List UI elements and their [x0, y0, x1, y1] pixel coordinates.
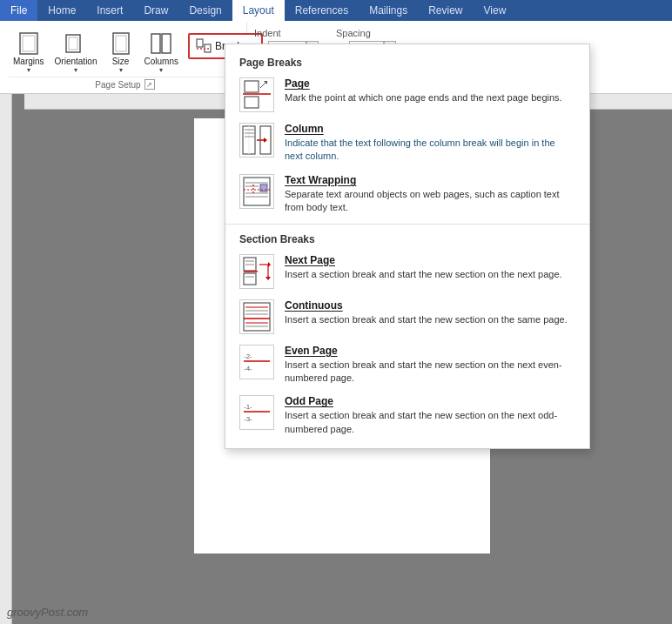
page-setup-label: Page Setup ↗	[9, 77, 241, 91]
page-setup-group: Margins ▾ Orientation ▾	[3, 23, 247, 91]
tab-design[interactable]: Design	[178, 0, 232, 21]
text-wrapping-desc: Separate text around objects on web page…	[285, 188, 575, 215]
svg-rect-5	[116, 36, 126, 51]
columns-icon	[148, 30, 174, 57]
breaks-dropdown: Page Breaks Page Mark the point at which…	[225, 44, 590, 449]
odd-page-text: Odd Page Insert a section break and star…	[285, 395, 575, 436]
column-break-text: Column Indicate that the text following …	[285, 123, 575, 164]
page-break-desc: Mark the point at which one page ends an…	[285, 91, 575, 104]
breaks-icon	[196, 38, 212, 54]
even-page-desc: Insert a section break and start the new…	[285, 359, 575, 386]
size-button[interactable]: Size ▾	[104, 28, 138, 77]
even-page-break-icon: -2- -4-	[239, 345, 274, 379]
svg-text:-4-: -4-	[244, 365, 252, 372]
column-break-title: Column	[285, 123, 575, 135]
continuous-break-icon	[239, 299, 274, 334]
indent-label: Indent	[254, 28, 319, 38]
spacing-label: Spacing	[336, 28, 396, 38]
even-page-title: Even Page	[285, 345, 575, 357]
continuous-text: Continuous Insert a section break and st…	[285, 299, 575, 326]
breaks-divider	[225, 224, 589, 225]
size-icon	[108, 30, 134, 57]
watermark: groovyPost.com	[7, 606, 88, 619]
svg-rect-3	[69, 37, 77, 50]
page-break-title: Page	[285, 77, 575, 90]
svg-rect-8	[197, 39, 203, 47]
tab-review[interactable]: Review	[418, 0, 473, 21]
margins-icon	[16, 30, 42, 57]
menu-item-continuous[interactable]: Continuous Insert a section break and st…	[225, 294, 589, 339]
odd-page-title: Odd Page	[285, 395, 575, 407]
svg-rect-11	[245, 81, 259, 92]
odd-page-break-icon: -1- -3-	[239, 395, 274, 430]
next-page-break-icon	[239, 254, 274, 289]
text-wrapping-text: Text Wrapping Separate text around objec…	[285, 174, 575, 215]
page-setup-dialog-launcher[interactable]: ↗	[144, 79, 155, 90]
svg-rect-1	[23, 36, 35, 51]
svg-rect-7	[162, 34, 171, 53]
menu-item-next-page[interactable]: Next Page Insert a section break and sta…	[225, 249, 589, 294]
menu-item-even-page[interactable]: -2- -4- Even Page Insert a section break…	[225, 339, 589, 391]
margins-button[interactable]: Margins ▾	[9, 28, 49, 77]
tab-view[interactable]: View	[474, 0, 517, 21]
next-page-text: Next Page Insert a section break and sta…	[285, 254, 575, 281]
tab-draw[interactable]: Draw	[133, 0, 178, 21]
page-break-icon	[239, 77, 274, 112]
column-break-icon	[239, 123, 274, 158]
menu-item-page[interactable]: Page Mark the point at which one page en…	[225, 72, 589, 117]
even-page-text: Even Page Insert a section break and sta…	[285, 345, 575, 386]
page-breaks-header: Page Breaks	[225, 51, 589, 72]
columns-button[interactable]: Columns ▾	[140, 28, 183, 77]
svg-rect-27	[260, 185, 267, 191]
tab-layout[interactable]: Layout	[232, 0, 285, 21]
svg-rect-13	[245, 97, 259, 108]
svg-rect-6	[151, 34, 160, 53]
svg-text:-3-: -3-	[244, 415, 252, 423]
svg-text:-1-: -1-	[244, 403, 252, 411]
text-wrapping-title: Text Wrapping	[285, 174, 575, 186]
tab-file[interactable]: File	[0, 0, 37, 21]
section-breaks-header: Section Breaks	[225, 228, 589, 249]
orientation-button[interactable]: Orientation ▾	[50, 28, 102, 77]
tab-references[interactable]: References	[285, 0, 359, 21]
page-break-text: Page Mark the point at which one page en…	[285, 77, 575, 104]
text-wrapping-icon	[239, 174, 274, 209]
vertical-ruler	[0, 94, 12, 624]
svg-marker-22	[264, 138, 267, 143]
svg-rect-36	[244, 273, 256, 285]
continuous-title: Continuous	[285, 299, 575, 312]
ribbon-tabs: File Home Insert Draw Design Layout Refe…	[0, 0, 672, 21]
next-page-title: Next Page	[285, 254, 575, 266]
odd-page-desc: Insert a section break and start the new…	[285, 409, 575, 436]
next-page-desc: Insert a section break and start the new…	[285, 268, 575, 281]
orientation-icon	[63, 30, 89, 57]
tab-home[interactable]: Home	[37, 0, 86, 21]
tab-mailings[interactable]: Mailings	[359, 0, 418, 21]
tab-insert[interactable]: Insert	[86, 0, 133, 21]
svg-text:-2-: -2-	[244, 352, 252, 360]
menu-item-column[interactable]: Column Indicate that the text following …	[225, 117, 589, 169]
menu-item-text-wrapping[interactable]: Text Wrapping Separate text around objec…	[225, 169, 589, 220]
svg-marker-41	[265, 277, 271, 280]
menu-item-odd-page[interactable]: -1- -3- Odd Page Insert a section break …	[225, 390, 589, 441]
continuous-desc: Insert a section break and start the new…	[285, 313, 575, 326]
column-break-desc: Indicate that the text following the col…	[285, 137, 575, 164]
